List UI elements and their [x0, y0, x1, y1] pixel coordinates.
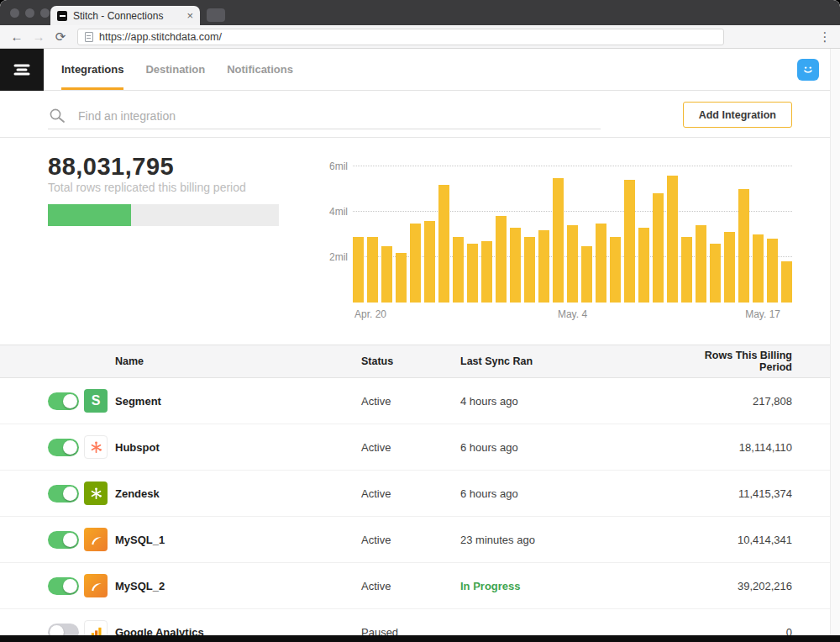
chart-bar — [667, 176, 678, 303]
toggle-cell — [0, 531, 84, 549]
overview-section: 88,031,795 Total rows replicated this bi… — [0, 138, 840, 345]
toggle-knob — [63, 533, 77, 547]
reload-button-icon[interactable]: ⟳ — [52, 29, 69, 45]
mysql-logo-icon — [84, 528, 108, 551]
total-rows-value: 88,031,795 — [48, 153, 279, 180]
app-header: Integrations Destination Notifications — [0, 49, 840, 91]
search-field-wrap — [48, 103, 601, 129]
rows-count-value: 10,414,341 — [687, 534, 792, 546]
chart-bar — [696, 225, 706, 303]
integration-status: Active — [361, 534, 460, 546]
rows-count-value: 18,114,110 — [687, 441, 792, 454]
chart-bar — [767, 239, 778, 303]
last-sync-value: 4 hours ago — [460, 395, 687, 408]
integration-toggle[interactable] — [48, 485, 79, 503]
tab-notifications[interactable]: Notifications — [227, 49, 293, 90]
toggle-knob — [63, 579, 77, 593]
table-row[interactable]: SSegmentActive4 hours ago217,808 — [0, 378, 840, 424]
chart-bar — [496, 216, 507, 303]
chart-bar — [624, 180, 635, 303]
url-text: https://app.stitchdata.com/ — [99, 31, 222, 43]
window-close-button[interactable] — [10, 8, 19, 18]
chart-y-tick-label: 4mil — [318, 206, 348, 218]
integration-status: Active — [361, 395, 460, 408]
toggle-cell — [0, 485, 84, 503]
integration-toggle[interactable] — [48, 577, 79, 595]
smiley-icon — [801, 63, 815, 76]
integration-toggle[interactable] — [48, 439, 79, 456]
rows-count-value: 11,415,374 — [687, 487, 792, 500]
table-row[interactable]: MySQL_2ActiveIn Progress39,202,216 — [0, 563, 840, 609]
chart-bars — [353, 176, 792, 303]
segment-logo-icon: S — [84, 389, 108, 413]
rows-count-value: 39,202,216 — [687, 580, 792, 592]
integration-toggle[interactable] — [48, 531, 79, 549]
chart-bar — [538, 230, 549, 303]
tab-destination[interactable]: Destination — [145, 49, 205, 90]
chart-bar — [610, 237, 621, 303]
table-header: Name Status Last Sync Ran Rows This Bill… — [0, 345, 840, 378]
window-minimize-button[interactable] — [25, 8, 34, 18]
browser-window: Stitch - Connections × ← → ⟳ https://app… — [0, 0, 840, 642]
forward-button-icon: → — [30, 29, 47, 44]
chart-bar — [481, 241, 492, 303]
chart-bar — [453, 237, 464, 303]
tab-close-icon[interactable]: × — [186, 9, 193, 22]
browser-tab[interactable]: Stitch - Connections × — [50, 6, 200, 25]
integration-status: Active — [361, 487, 460, 500]
integration-status: Active — [361, 580, 460, 592]
new-tab-button[interactable] — [207, 8, 225, 22]
rows-replicated-chart: 2mil4mil6mil Apr. 20May. 4May. 17 — [353, 155, 792, 324]
chart-y-tick-label: 2mil — [318, 251, 348, 263]
last-sync-value: 23 minutes ago — [460, 534, 687, 546]
app-nav: Integrations Destination Notifications — [61, 49, 293, 90]
window-zoom-button[interactable] — [40, 8, 50, 18]
last-sync-value: 6 hours ago — [460, 487, 687, 500]
chart-bar — [724, 232, 735, 303]
back-button-icon[interactable]: ← — [8, 29, 25, 44]
column-header-rows: Rows This Billing Period — [687, 350, 792, 373]
browser-toolbar: ← → ⟳ https://app.stitchdata.com/ ⋮ — [0, 25, 840, 49]
name-cell: MySQL_2 — [84, 574, 361, 597]
browser-menu-icon[interactable]: ⋮ — [818, 29, 832, 45]
table-row[interactable]: HubspotActive6 hours ago18,114,110 — [0, 424, 840, 471]
chart-bar — [438, 185, 449, 303]
chat-help-button[interactable] — [797, 59, 819, 81]
add-integration-button[interactable]: Add Integration — [683, 102, 792, 128]
name-cell: MySQL_1 — [84, 528, 361, 551]
table-row[interactable]: ZendeskActive6 hours ago11,415,374 — [0, 471, 840, 517]
stitch-logo[interactable] — [0, 49, 44, 91]
chart-x-tick-label: Apr. 20 — [354, 308, 386, 320]
chart-bar — [710, 244, 721, 303]
toggle-cell — [0, 577, 84, 595]
toggle-cell — [0, 392, 84, 410]
column-header-name: Name — [84, 355, 361, 367]
last-sync-value: In Progress — [460, 580, 687, 592]
tab-title: Stitch - Connections — [73, 10, 181, 22]
chart-x-tick-label: May. 17 — [745, 308, 780, 320]
chart-bar — [467, 244, 478, 303]
search-input[interactable] — [78, 109, 601, 123]
stitch-favicon-icon — [57, 11, 67, 21]
chart-bar — [410, 224, 421, 303]
chart-bar — [424, 221, 435, 303]
chart-plot: 2mil4mil6mil — [353, 155, 792, 303]
table-row[interactable]: MySQL_1Active23 minutes ago10,414,341 — [0, 517, 840, 563]
integration-toggle[interactable] — [48, 392, 79, 410]
chart-y-tick-label: 6mil — [318, 160, 348, 172]
search-icon — [48, 108, 66, 124]
tab-integrations[interactable]: Integrations — [61, 49, 123, 90]
scrollbar-track[interactable] — [830, 49, 840, 635]
chart-bar — [781, 261, 792, 303]
chart-bar — [381, 246, 392, 303]
toggle-knob — [63, 487, 77, 501]
integrations-table: SSegmentActive4 hours ago217,808HubspotA… — [0, 378, 840, 642]
url-bar[interactable]: https://app.stitchdata.com/ — [77, 29, 724, 45]
browser-titlebar: Stitch - Connections × — [0, 0, 840, 25]
chart-x-axis: Apr. 20May. 4May. 17 — [353, 308, 792, 324]
name-cell: Hubspot — [84, 435, 361, 459]
search-row: Add Integration — [0, 91, 840, 138]
page-bottom-bar — [0, 635, 840, 642]
chart-bar — [510, 228, 521, 303]
progress-fill — [48, 204, 131, 226]
